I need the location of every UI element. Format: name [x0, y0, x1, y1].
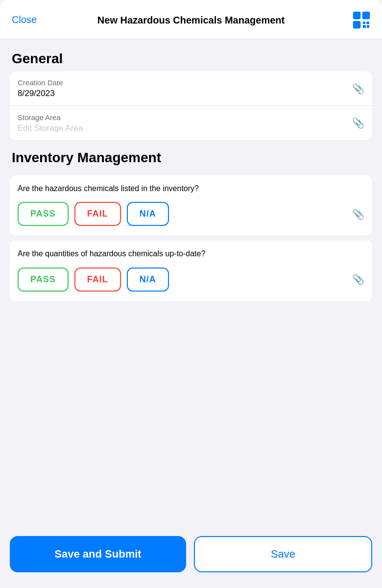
header: Close New Hazardous Chemicals Management [0, 0, 382, 39]
qr-button[interactable] [341, 11, 370, 29]
svg-rect-7 [366, 22, 369, 24]
question-1-buttons: PASS FAIL N/A [18, 202, 340, 226]
qr-icon [353, 11, 370, 29]
question-2-attachment-icon: 📎 [352, 273, 364, 285]
creation-date-attachment-icon: 📎 [352, 83, 364, 95]
svg-rect-1 [355, 14, 358, 17]
inventory-section-title: Inventory Management [10, 150, 372, 166]
save-button[interactable]: Save [194, 536, 372, 572]
svg-rect-9 [367, 25, 369, 28]
question-1-card: Are the hazardous chemicals listed in th… [10, 175, 372, 236]
question-2-fail-button[interactable]: FAIL [74, 268, 121, 292]
footer: Save and Submit Save [0, 528, 382, 588]
question-2-answer-row: PASS FAIL N/A 📎 [18, 268, 364, 292]
question-2-pass-button[interactable]: PASS [18, 268, 69, 292]
question-1-answer-row: PASS FAIL N/A 📎 [18, 202, 364, 226]
question-1-text: Are the hazardous chemicals listed in th… [18, 183, 364, 194]
creation-date-label: Creation Date [18, 78, 346, 87]
creation-date-field[interactable]: Creation Date 8/29/2023 📎 [10, 72, 372, 106]
app-container: Close New Hazardous Chemicals Management [0, 0, 382, 588]
svg-rect-3 [364, 14, 368, 17]
question-2-card: Are the quantities of hazardous chemical… [10, 241, 372, 301]
general-section: General Creation Date 8/29/2023 📎 Storag… [10, 51, 372, 140]
storage-area-label: Storage Area [18, 113, 346, 122]
storage-area-placeholder: Edit Storage Area [18, 123, 346, 133]
close-button[interactable]: Close [12, 14, 41, 25]
scroll-content: General Creation Date 8/29/2023 📎 Storag… [0, 39, 382, 528]
creation-date-content: Creation Date 8/29/2023 [18, 78, 346, 98]
general-section-title: General [10, 51, 372, 67]
question-1-fail-button[interactable]: FAIL [74, 202, 121, 226]
question-1-attachment-icon: 📎 [352, 208, 364, 220]
question-2-na-button[interactable]: N/A [127, 268, 169, 292]
page-title: New Hazardous Chemicals Management [41, 14, 341, 26]
storage-area-attachment-icon: 📎 [352, 117, 364, 129]
creation-date-value: 8/29/2023 [18, 89, 346, 98]
svg-rect-8 [363, 25, 366, 28]
question-1-pass-button[interactable]: PASS [18, 202, 69, 226]
question-2-text: Are the quantities of hazardous chemical… [18, 248, 364, 259]
general-card: Creation Date 8/29/2023 📎 Storage Area E… [10, 72, 372, 140]
inventory-section: Inventory Management Are the hazardous c… [10, 150, 372, 301]
storage-area-content: Storage Area Edit Storage Area [18, 113, 346, 133]
question-2-buttons: PASS FAIL N/A [18, 268, 340, 292]
svg-rect-6 [363, 22, 365, 24]
question-1-na-button[interactable]: N/A [127, 202, 169, 226]
save-and-submit-button[interactable]: Save and Submit [10, 536, 186, 572]
storage-area-field[interactable]: Storage Area Edit Storage Area 📎 [10, 106, 372, 140]
svg-rect-5 [355, 23, 358, 26]
